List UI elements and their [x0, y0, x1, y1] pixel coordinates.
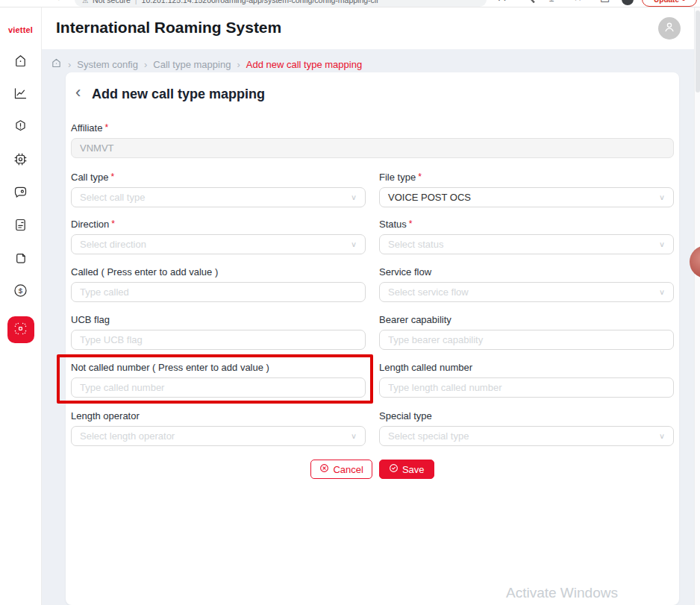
cancel-label: Cancel — [333, 464, 363, 475]
app-title: International Roaming System — [56, 19, 281, 37]
refresh-icon[interactable]: ⟳ — [55, 0, 64, 3]
cancel-button[interactable]: Cancel — [310, 460, 372, 479]
file-type-label: File type* — [379, 172, 674, 184]
person-icon — [663, 20, 676, 37]
sidebar: viettel $ — [0, 7, 42, 605]
url-text: 10.201.125.14:15200/roaming-app/system-c… — [142, 0, 378, 4]
page-scrollbar[interactable] — [694, 7, 700, 605]
special-type-label: Special type — [379, 410, 674, 422]
save-label: Save — [402, 464, 425, 475]
address-divider: | — [135, 0, 137, 4]
required-asterisk: * — [104, 122, 108, 133]
field-length-operator: Length operator Select length operator — [71, 410, 366, 446]
sidebar-item-messages[interactable] — [13, 185, 29, 201]
app-header: International Roaming System — [42, 7, 700, 49]
back-icon[interactable] — [75, 84, 81, 101]
length-operator-placeholder: Select length operator — [80, 430, 175, 442]
sidebar-item-files[interactable] — [13, 251, 29, 267]
dollar-icon: $ — [13, 283, 28, 301]
field-called: Called ( Press enter to add value ) — [71, 266, 366, 302]
field-direction: Direction* Select direction — [71, 219, 366, 254]
sidebar-item-reports[interactable] — [13, 87, 29, 103]
breadcrumb-system-config[interactable]: System config — [77, 59, 138, 70]
call-type-label: Call type* — [71, 172, 366, 184]
call-type-placeholder: Select call type — [80, 192, 145, 203]
service-flow-select[interactable]: Select service flow — [379, 282, 674, 302]
length-operator-select[interactable]: Select length operator — [71, 426, 366, 446]
breadcrumb-chevron-icon — [237, 59, 240, 70]
length-called-number-label: Length called number — [379, 362, 674, 374]
update-button[interactable]: Update — [642, 0, 697, 7]
activate-windows-watermark: Activate Windows — [506, 585, 618, 601]
call-type-select[interactable]: Select call type — [71, 187, 366, 207]
breadcrumb-current-page: Add new call type mapping — [246, 59, 362, 70]
field-service-flow: Service flow Select service flow — [379, 266, 674, 302]
field-special-type: Special type Select special type — [379, 410, 674, 446]
called-input[interactable] — [71, 282, 366, 302]
scrollbar-thumb[interactable] — [696, 10, 700, 93]
chart-icon — [13, 86, 28, 104]
special-type-placeholder: Select special type — [388, 430, 469, 442]
not-called-number-input[interactable] — [71, 377, 366, 398]
forward-nav-icon[interactable]: › — [31, 0, 35, 3]
save-button[interactable]: Save — [379, 460, 434, 479]
required-asterisk: * — [111, 172, 115, 182]
field-length-called-number: Length called number — [379, 362, 674, 398]
bearer-capability-input[interactable] — [379, 330, 674, 350]
breadcrumb-home-icon[interactable] — [51, 57, 62, 71]
service-flow-placeholder: Select service flow — [388, 286, 469, 298]
page-title: Add new call type mapping — [92, 87, 265, 102]
sidebar-item-billing[interactable]: $ — [13, 283, 29, 300]
field-status: Status* Select status — [379, 219, 674, 254]
form-card: Add new call type mapping Affiliate* Cal… — [66, 72, 679, 605]
browser-profile-avatar[interactable] — [622, 0, 634, 5]
chat-icon — [13, 184, 28, 203]
form-actions: Cancel Save — [66, 460, 679, 479]
save-page-icon[interactable]: ⤓ — [549, 0, 554, 4]
direction-label: Direction* — [71, 219, 366, 231]
sidebar-item-system-config[interactable] — [7, 316, 34, 343]
breadcrumb-call-type-mapping[interactable]: Call type mapping — [153, 59, 231, 70]
length-operator-label: Length operator — [71, 410, 366, 422]
special-type-select[interactable]: Select special type — [379, 426, 674, 446]
browser-toolbar: ‹ › ⟳ Not secure | 10.201.125.14:15200/r… — [0, 0, 700, 7]
sidebar-nav: $ — [0, 54, 41, 343]
save-circle-check-icon — [389, 463, 399, 475]
ucb-flag-label: UCB flag — [71, 314, 366, 326]
status-select[interactable]: Select status — [379, 234, 674, 254]
direction-placeholder: Select direction — [80, 239, 146, 250]
field-ucb-flag: UCB flag — [71, 314, 366, 350]
direction-select[interactable]: Select direction — [71, 234, 366, 254]
update-dot-icon — [682, 0, 685, 1]
field-not-called-number: Not called number ( Press enter to add v… — [71, 362, 366, 398]
affiliate-input[interactable] — [71, 138, 674, 158]
ucb-flag-input[interactable] — [71, 330, 366, 350]
bookmark-star-icon[interactable]: ☆ — [573, 0, 583, 3]
sidebar-item-alerts[interactable] — [13, 119, 29, 136]
copy-icon — [13, 250, 28, 269]
user-avatar[interactable] — [658, 17, 681, 40]
field-bearer-capability: Bearer capability — [379, 314, 674, 350]
address-bar[interactable]: Not secure | 10.201.125.14:15200/roaming… — [75, 0, 487, 7]
viettel-logo: viettel — [0, 25, 41, 34]
svg-text:$: $ — [19, 286, 23, 295]
translate-icon[interactable]: A — [499, 0, 505, 3]
network-icon — [13, 321, 28, 339]
breadcrumb-chevron-icon — [68, 59, 71, 70]
not-secure-icon — [82, 0, 88, 4]
chip-settings-icon — [13, 151, 28, 170]
required-asterisk: * — [418, 172, 422, 182]
length-called-number-input[interactable] — [379, 377, 674, 398]
status-label: Status* — [379, 219, 674, 231]
alert-icon — [13, 119, 28, 137]
main-content: System config Call type mapping Add new … — [42, 49, 700, 605]
extensions-icon[interactable]: ◳ — [600, 0, 610, 3]
sidebar-item-home[interactable] — [13, 54, 29, 70]
file-type-select[interactable]: VOICE POST OCS — [379, 187, 674, 207]
sidebar-item-documents[interactable] — [13, 218, 29, 234]
field-affiliate: Affiliate* — [71, 122, 674, 158]
sidebar-item-system[interactable] — [13, 152, 29, 169]
search-icon[interactable]: 🔍 — [522, 0, 535, 3]
security-label: Not secure — [93, 0, 131, 4]
back-nav-icon[interactable]: ‹ — [7, 0, 11, 3]
